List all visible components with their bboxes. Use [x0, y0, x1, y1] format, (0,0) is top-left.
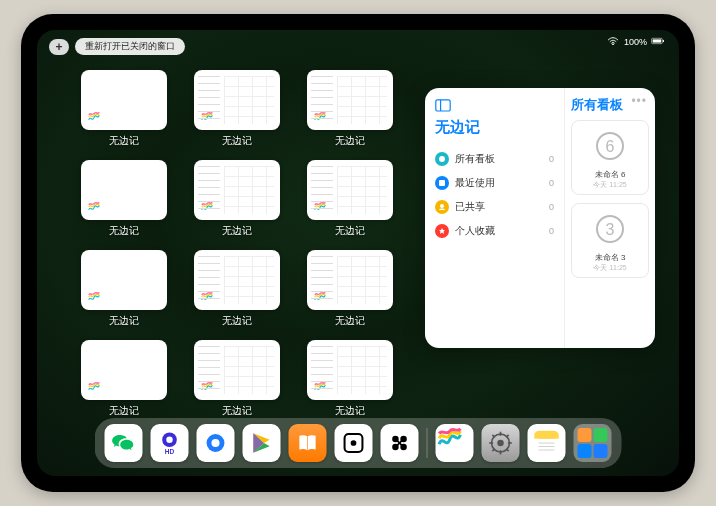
- freeform-app-icon: [311, 288, 329, 306]
- freeform-app-icon: [85, 108, 103, 126]
- window-card[interactable]: 无边记: [304, 70, 397, 148]
- window-thumb: [81, 340, 167, 400]
- window-card[interactable]: 无边记: [190, 340, 283, 418]
- svg-rect-2: [663, 40, 664, 42]
- svg-line-33: [506, 449, 508, 451]
- freeform-app-icon: [85, 378, 103, 396]
- svg-point-19: [351, 440, 357, 446]
- more-icon[interactable]: •••: [631, 94, 647, 108]
- dock: HD: [95, 418, 622, 468]
- new-window-button[interactable]: +: [49, 39, 69, 55]
- dock-notes-icon[interactable]: [528, 424, 566, 462]
- window-thumb: [81, 70, 167, 130]
- window-label: 无边记: [222, 134, 252, 148]
- sidebar-item-count: 0: [549, 178, 554, 188]
- window-grid: 无边记无边记无边记无边记无边记无边记无边记无边记无边记无边记无边记无边记: [77, 70, 397, 418]
- window-label: 无边记: [335, 134, 365, 148]
- svg-line-35: [506, 435, 508, 437]
- dock-quark-icon[interactable]: [197, 424, 235, 462]
- sidebar-item-icon: [435, 176, 449, 190]
- window-thumb: [194, 340, 280, 400]
- svg-line-34: [492, 449, 494, 451]
- panel-title: 无边记: [435, 118, 554, 137]
- window-thumb: [307, 250, 393, 310]
- dock-wechat-icon[interactable]: [105, 424, 143, 462]
- freeform-app-icon: [198, 378, 216, 396]
- topbar: + 重新打开已关闭的窗口: [49, 38, 185, 55]
- sidebar-item-count: 0: [549, 202, 554, 212]
- sidebar-item-icon: [435, 224, 449, 238]
- sidebar-item-label: 个人收藏: [455, 224, 495, 238]
- window-label: 无边记: [109, 314, 139, 328]
- svg-point-16: [211, 439, 219, 447]
- svg-rect-6: [439, 180, 445, 186]
- dock-dice-icon[interactable]: [335, 424, 373, 462]
- sidebar-item-label: 最近使用: [455, 176, 495, 190]
- board-date: 今天 11:25: [576, 180, 644, 190]
- board-sketch: 6: [576, 125, 644, 167]
- board-title: 未命名 3: [576, 252, 644, 263]
- window-card[interactable]: 无边记: [190, 160, 283, 238]
- battery-label: 100%: [624, 37, 647, 47]
- panel-content: 所有看板 6未命名 6今天 11:253未命名 3今天 11:25: [565, 88, 655, 348]
- sidebar-toggle-icon[interactable]: [435, 98, 451, 112]
- wifi-icon: [606, 36, 620, 48]
- board-item[interactable]: 3未命名 3今天 11:25: [571, 203, 649, 278]
- sidebar-item-count: 0: [549, 154, 554, 164]
- window-card[interactable]: 无边记: [190, 70, 283, 148]
- window-card[interactable]: 无边记: [77, 250, 170, 328]
- window-card[interactable]: 无边记: [304, 250, 397, 328]
- freeform-app-icon: [198, 198, 216, 216]
- sidebar-item-icon: [435, 200, 449, 214]
- svg-point-7: [440, 204, 444, 208]
- window-card[interactable]: 无边记: [77, 340, 170, 418]
- svg-text:HD: HD: [165, 448, 175, 455]
- freeform-app-icon: [198, 288, 216, 306]
- dock-separator: [427, 428, 428, 458]
- window-thumb: [307, 160, 393, 220]
- dock-books-icon[interactable]: [289, 424, 327, 462]
- svg-point-5: [439, 156, 445, 162]
- svg-line-32: [492, 435, 494, 437]
- screen: 100% + 重新打开已关闭的窗口 无边记无边记无边记无边记无边记无边记无边记无…: [37, 30, 679, 476]
- window-card[interactable]: 无边记: [190, 250, 283, 328]
- svg-point-27: [497, 440, 504, 447]
- board-item[interactable]: 6未命名 6今天 11:25: [571, 120, 649, 195]
- window-label: 无边记: [335, 314, 365, 328]
- sidebar-item-label: 已共享: [455, 200, 485, 214]
- dock-settings-icon[interactable]: [482, 424, 520, 462]
- reopen-closed-window-button[interactable]: 重新打开已关闭的窗口: [75, 38, 185, 55]
- dock-recent-folder[interactable]: [574, 424, 612, 462]
- window-label: 无边记: [335, 404, 365, 418]
- dock-spectrum-icon[interactable]: [381, 424, 419, 462]
- window-card[interactable]: 无边记: [77, 160, 170, 238]
- panel-sidebar: 无边记 所有看板0最近使用0已共享0个人收藏0: [425, 88, 565, 348]
- board-date: 今天 11:25: [576, 263, 644, 273]
- freeform-app-icon: [311, 198, 329, 216]
- window-card[interactable]: 无边记: [304, 160, 397, 238]
- sidebar-item[interactable]: 所有看板0: [435, 147, 554, 171]
- window-label: 无边记: [222, 224, 252, 238]
- battery-icon: [651, 36, 665, 48]
- window-label: 无边记: [109, 134, 139, 148]
- sidebar-item[interactable]: 个人收藏0: [435, 219, 554, 243]
- window-thumb: [194, 160, 280, 220]
- window-label: 无边记: [335, 224, 365, 238]
- window-thumb: [81, 160, 167, 220]
- window-card[interactable]: 无边记: [77, 70, 170, 148]
- sidebar-item[interactable]: 最近使用0: [435, 171, 554, 195]
- freeform-app-icon: [311, 378, 329, 396]
- window-thumb: [307, 70, 393, 130]
- sidebar-item[interactable]: 已共享0: [435, 195, 554, 219]
- dock-play-icon[interactable]: [243, 424, 281, 462]
- window-thumb: [307, 340, 393, 400]
- window-thumb: [194, 250, 280, 310]
- svg-text:3: 3: [606, 221, 615, 238]
- svg-point-13: [166, 437, 173, 444]
- svg-rect-1: [653, 39, 662, 42]
- dock-freeform-icon[interactable]: [436, 424, 474, 462]
- board-sketch: 3: [576, 208, 644, 250]
- window-card[interactable]: 无边记: [304, 340, 397, 418]
- dock-quark-hd-icon[interactable]: HD: [151, 424, 189, 462]
- freeform-app-icon: [198, 108, 216, 126]
